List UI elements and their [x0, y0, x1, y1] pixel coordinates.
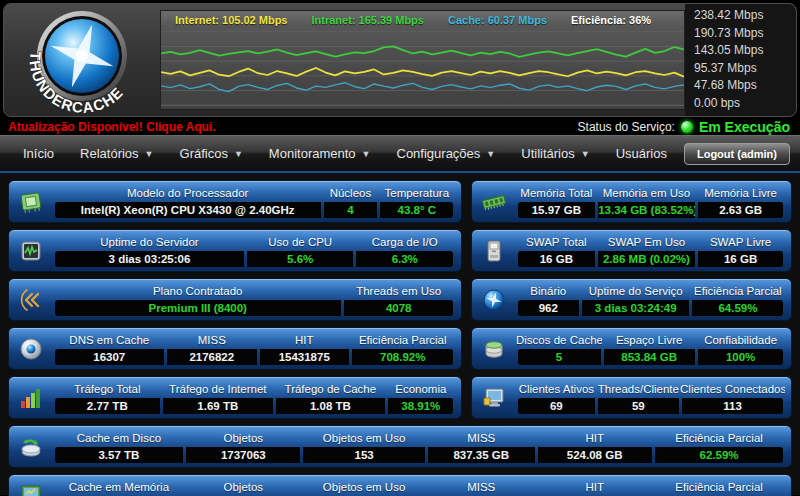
panel-header: HIT [536, 479, 653, 496]
panel-header: Cache em Memória [53, 479, 185, 496]
y-tick: 143.05 Mbps [694, 44, 792, 57]
panel-value: 62.59% [655, 447, 784, 463]
traffic-chart-svg [161, 28, 684, 109]
panel-value: 15431875 [260, 349, 349, 365]
panel-value: 64.59% [692, 300, 783, 316]
disk-cache-icon [9, 426, 53, 467]
panel-value: 708.92% [352, 349, 454, 365]
panel-header: Discos de Cache [516, 332, 602, 349]
cpu-icon [9, 181, 53, 222]
nav-item-usuarios[interactable]: Usuários [603, 146, 680, 161]
panel-header: Uso de CPU [246, 234, 355, 251]
panel-clients: Clientes Ativos69 Threads/Cliente59 Clie… [471, 376, 792, 419]
panel-header: Núcleos [322, 185, 378, 202]
chevron-down-icon: ▼ [581, 149, 590, 159]
activity-icon [9, 230, 53, 271]
chart-y-axis: 238.42 Mbps 190.73 Mbps 143.05 Mbps 95.3… [685, 4, 796, 116]
nav-item-monitoramento[interactable]: Monitoramento▼ [256, 146, 384, 161]
service-status: Status do Serviço: Em Execução [578, 119, 790, 135]
panel-value: 16 GB [518, 251, 596, 267]
thundercache-logo-icon: THUNDERCACHE [7, 7, 157, 113]
panel-header: HIT [536, 430, 653, 447]
update-alert-link[interactable]: Atualização Disponível! Clique Aqui. [8, 120, 216, 134]
status-label: Status do Serviço: [578, 120, 675, 134]
panel-value: 2.63 GB [698, 202, 784, 218]
panel-value: 4078 [344, 300, 454, 316]
intranet-line [161, 46, 684, 56]
panel-header: Tráfego Total [53, 381, 162, 398]
y-tick: 190.73 Mbps [694, 27, 792, 40]
nav-item-configuracoes[interactable]: Configurações▼ [384, 146, 509, 161]
chart-plot-area [161, 28, 684, 109]
panel-server-uptime: Uptime do Servidor3 dias 03:25:06 Uso de… [8, 229, 462, 272]
globe-icon [472, 279, 516, 320]
legend-intranet: Intranet: 165.39 Mbps [311, 14, 423, 26]
plan-arrows-icon [9, 279, 53, 320]
panel-header: SWAP Livre [696, 234, 785, 251]
panel-value: Intel(R) Xeon(R) CPU X3430 @ 2.40GHz [55, 202, 321, 218]
legend-cache: Cache: 60.37 Mbps [448, 14, 547, 26]
panel-header: Threads/Cliente [597, 381, 680, 398]
panel-value: 38.91% [388, 398, 453, 414]
panel-header: Memória Total [516, 185, 597, 202]
panel-value: 1.08 TB [276, 398, 386, 414]
panel-header: MISS [426, 479, 536, 496]
panel-value: 113 [682, 398, 784, 414]
panel-memory-cache: Cache em Memória4.56 GB Objetos442254 Ob… [8, 474, 792, 496]
panel-header: SWAP Total [516, 234, 597, 251]
panel-dns-cache: DNS em Cache16307 MISS2176822 HIT1543187… [8, 327, 462, 370]
panel-header: Eficiência Parcial [691, 283, 785, 300]
y-tick: 0.00 bps [694, 97, 792, 110]
panel-value: 1737063 [186, 447, 300, 463]
panel-value: 2.86 MB (0.02%) [598, 251, 695, 267]
panel-value: 6.3% [356, 251, 454, 267]
panel-binary: Binário962 Uptime do Serviço3 dias 03:24… [471, 278, 792, 321]
panel-header: Tráfego de Cache [274, 381, 387, 398]
panel-cache-disks: Discos de Cache5 Espaço Livre853.84 GB C… [471, 327, 792, 370]
panel-header: Plano Contratado [53, 283, 342, 300]
header: THUNDERCACHE Internet: 105.02 Mbps Intra… [3, 3, 797, 117]
internet-line [161, 68, 684, 77]
panel-header: Eficiência Parcial [350, 332, 455, 349]
panel-header: SWAP Em Uso [597, 234, 697, 251]
panel-value: 16 GB [698, 251, 784, 267]
nav-item-graficos[interactable]: Gráficos▼ [167, 146, 256, 161]
panel-value: 15.97 GB [518, 202, 596, 218]
panel-header: Memória Livre [696, 185, 785, 202]
nav-item-relatorios[interactable]: Relatórios▼ [67, 146, 166, 161]
panel-value: 524.08 GB [538, 447, 652, 463]
panel-header: Objetos em Uso [302, 479, 426, 496]
panel-value: 2176822 [167, 349, 256, 365]
thundercache-logo: THUNDERCACHE [4, 4, 160, 116]
panel-value: 4 [324, 202, 377, 218]
panel-header: DNS em Cache [53, 332, 166, 349]
chevron-down-icon: ▼ [145, 149, 154, 159]
main-nav: Início Relatórios▼ Gráficos▼ Monitoramen… [0, 135, 800, 171]
status-value: Em Execução [699, 119, 790, 135]
panel-value: 837.35 GB [428, 447, 535, 463]
panel-value: 153 [303, 447, 424, 463]
nav-item-utilitarios[interactable]: Utilitários▼ [508, 146, 602, 161]
panel-header: Espaço Livre [602, 332, 696, 349]
panel-processor: Modelo do ProcessadorIntel(R) Xeon(R) CP… [8, 180, 462, 223]
panel-header: Memória em Uso [597, 185, 697, 202]
memory-icon [472, 181, 516, 222]
panel-header: Modelo do Processador [53, 185, 322, 202]
panel-disk-cache: Cache em Disco3.57 TB Objetos1737063 Obj… [8, 425, 792, 468]
panel-value: 69 [518, 398, 596, 414]
panel-value: 16307 [55, 349, 165, 365]
panel-value: 3 dias 03:25:06 [55, 251, 245, 267]
panel-header: Threads em Uso [342, 283, 455, 300]
panel-value: 2.77 TB [55, 398, 161, 414]
swap-disk-icon [472, 230, 516, 271]
panel-header: Confiabilidade [696, 332, 785, 349]
memory-cache-icon [9, 475, 53, 496]
y-tick: 95.37 Mbps [694, 62, 792, 75]
nav-item-inicio[interactable]: Início [10, 146, 67, 161]
chevron-down-icon: ▼ [234, 149, 243, 159]
panel-traffic: Tráfego Total2.77 TB Tráfego de Internet… [8, 376, 462, 419]
panel-header: Clientes Ativos [516, 381, 597, 398]
dns-sphere-icon [9, 328, 53, 369]
logout-button[interactable]: Logout (admin) [684, 143, 790, 165]
panel-header: Cache em Disco [53, 430, 185, 447]
